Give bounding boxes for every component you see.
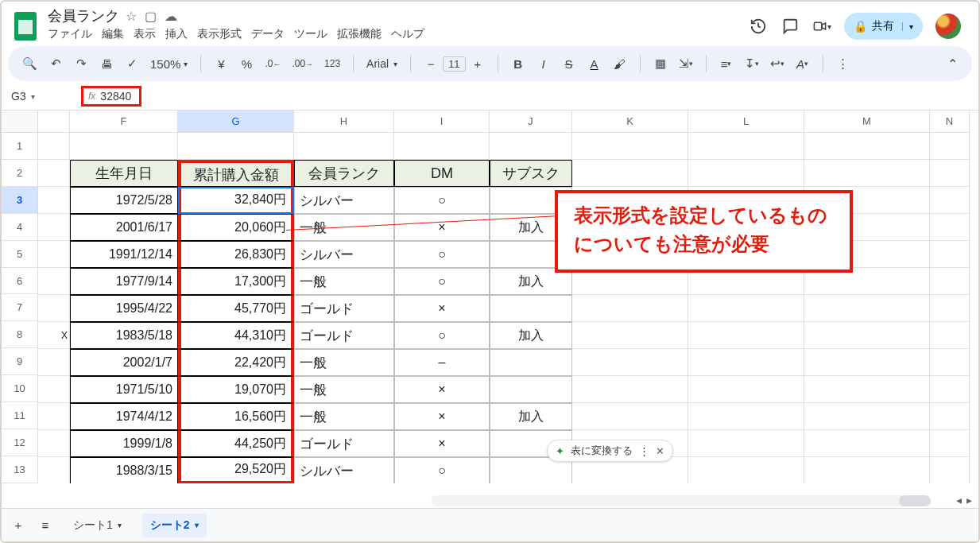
cell[interactable]: [930, 322, 970, 349]
cell[interactable]: [394, 133, 490, 160]
cell-dm[interactable]: ○: [394, 322, 490, 349]
cell-birthdate[interactable]: 1971/5/10: [70, 376, 178, 403]
col-header[interactable]: I: [394, 111, 490, 133]
cell-amount[interactable]: 22,420円: [178, 349, 294, 376]
cell[interactable]: [38, 349, 70, 376]
cell-rank[interactable]: ゴールド: [294, 322, 394, 349]
cell-amount[interactable]: 32,840円: [178, 187, 294, 214]
cell-amount[interactable]: 29,520円: [178, 457, 294, 483]
menu-tools[interactable]: ツール: [294, 27, 327, 41]
merge-button[interactable]: ⇲ ▾: [679, 56, 693, 71]
cell[interactable]: [38, 133, 70, 160]
all-sheets-button[interactable]: ≡: [38, 518, 52, 532]
cell[interactable]: [804, 160, 930, 187]
comment-icon[interactable]: [781, 17, 800, 36]
cell[interactable]: [804, 322, 930, 349]
doc-title[interactable]: 会員ランク: [48, 6, 119, 25]
col-header[interactable]: H: [294, 111, 394, 133]
header-subscription[interactable]: サブスク: [490, 160, 572, 187]
cell-birthdate[interactable]: 1972/5/28: [70, 187, 178, 214]
halign-button[interactable]: ≡ ▾: [719, 57, 734, 71]
cell[interactable]: [804, 430, 930, 457]
cell[interactable]: [930, 403, 970, 430]
currency-button[interactable]: ¥: [214, 57, 228, 71]
menu-insert[interactable]: 挿入: [165, 27, 188, 41]
cell-subscription[interactable]: [490, 295, 572, 322]
cell-rank[interactable]: 一般: [294, 349, 394, 376]
cell[interactable]: [38, 187, 70, 214]
cell-dm[interactable]: ○: [394, 457, 490, 483]
cell-rank[interactable]: シルバー: [294, 457, 394, 483]
cell[interactable]: [38, 295, 70, 322]
cell-birthdate[interactable]: 1999/1/8: [70, 430, 178, 457]
cell[interactable]: X: [38, 322, 70, 349]
menu-extensions[interactable]: 拡張機能: [337, 27, 382, 41]
header-dm[interactable]: DM: [394, 160, 490, 187]
name-box[interactable]: G3 ▾: [11, 90, 73, 103]
cell-dm[interactable]: ×: [394, 295, 490, 322]
cell-rank[interactable]: 一般: [294, 376, 394, 403]
cell-dm[interactable]: ×: [394, 214, 490, 241]
cell[interactable]: [688, 430, 804, 457]
cloud-icon[interactable]: ☁: [165, 9, 177, 24]
toolbar-more-button[interactable]: ⋮: [836, 56, 850, 71]
cell[interactable]: [930, 295, 970, 322]
cell[interactable]: [804, 349, 930, 376]
cell[interactable]: [38, 241, 70, 268]
row-header[interactable]: 6: [2, 268, 38, 295]
chip-more-icon[interactable]: ⋮: [639, 445, 649, 457]
cell[interactable]: [930, 187, 970, 214]
cell[interactable]: [804, 133, 930, 160]
cell-amount[interactable]: 44,310円: [178, 322, 294, 349]
cell-amount[interactable]: 16,560円: [178, 403, 294, 430]
redo-icon[interactable]: ↷: [74, 56, 88, 71]
cell-dm[interactable]: ○: [394, 241, 490, 268]
cell[interactable]: [572, 349, 688, 376]
row-header[interactable]: 5: [2, 241, 38, 268]
cell-amount[interactable]: 26,830円: [178, 241, 294, 268]
more-formats-button[interactable]: 123: [324, 58, 340, 69]
share-dropdown-icon[interactable]: ▾: [902, 22, 913, 31]
cell[interactable]: [804, 295, 930, 322]
select-all-corner[interactable]: [2, 111, 38, 133]
cell[interactable]: [804, 376, 930, 403]
cell-birthdate[interactable]: 1977/9/14: [70, 268, 178, 295]
cell[interactable]: [572, 133, 688, 160]
cell[interactable]: [930, 160, 970, 187]
history-icon[interactable]: [749, 17, 768, 36]
cell[interactable]: [930, 457, 970, 483]
cell[interactable]: [572, 295, 688, 322]
cell[interactable]: [572, 376, 688, 403]
increase-fontsize-button[interactable]: +: [471, 57, 485, 71]
header-rank[interactable]: 会員ランク: [294, 160, 394, 187]
cell[interactable]: [38, 160, 70, 187]
cell[interactable]: [688, 295, 804, 322]
search-icon[interactable]: 🔍: [22, 56, 37, 71]
header-amount[interactable]: 累計購入金額: [178, 160, 294, 187]
cell[interactable]: [688, 133, 804, 160]
cell[interactable]: [490, 133, 572, 160]
row-header[interactable]: 8: [2, 321, 38, 348]
cell[interactable]: [38, 376, 70, 403]
cell-birthdate[interactable]: 2001/6/17: [70, 214, 178, 241]
cell-amount[interactable]: 20,060円: [178, 214, 294, 241]
undo-icon[interactable]: ↶: [48, 56, 63, 71]
row-header[interactable]: 4: [2, 214, 38, 241]
cell-dm[interactable]: ×: [394, 403, 490, 430]
cell-dm[interactable]: ×: [394, 430, 490, 457]
bold-button[interactable]: B: [511, 57, 525, 71]
cell-birthdate[interactable]: 1983/5/18: [70, 322, 178, 349]
cell[interactable]: [38, 430, 70, 457]
cell-dm[interactable]: ○: [394, 268, 490, 295]
cell-birthdate[interactable]: 1991/12/14: [70, 241, 178, 268]
share-button[interactable]: 🔒 共有 ▾: [844, 13, 923, 40]
rotate-button[interactable]: A ▾: [796, 57, 810, 71]
tab-sheet1[interactable]: シート1▾: [65, 514, 130, 537]
cell-rank[interactable]: ゴールド: [294, 295, 394, 322]
col-header[interactable]: K: [572, 111, 688, 133]
formula-bar[interactable]: 32840: [100, 90, 131, 103]
cell[interactable]: [688, 457, 804, 483]
scroll-left-icon[interactable]: ◂: [956, 494, 962, 506]
strike-button[interactable]: S: [562, 57, 576, 71]
percent-button[interactable]: %: [239, 57, 254, 71]
